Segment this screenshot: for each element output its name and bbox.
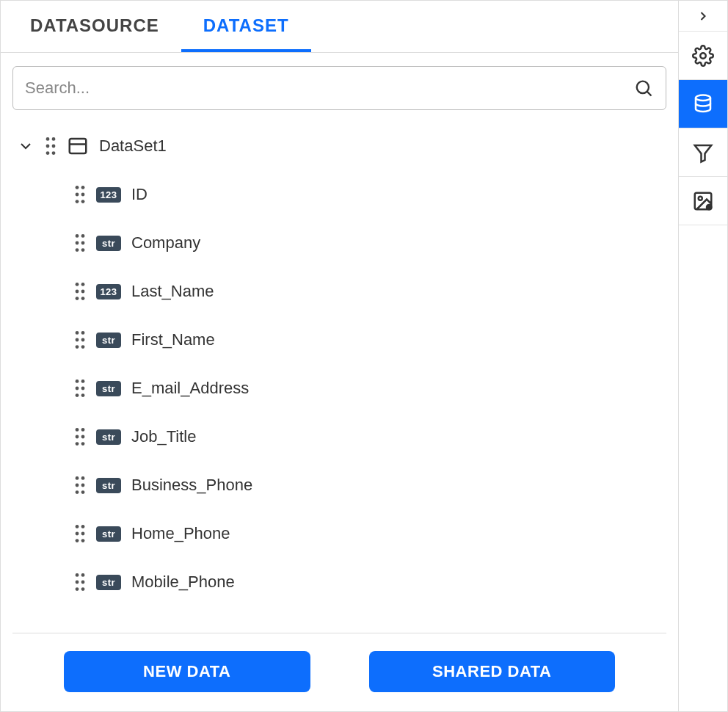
svg-point-65 [696, 95, 710, 101]
search-wrap [1, 53, 678, 117]
dataset-icon [67, 135, 89, 157]
drag-handle-icon[interactable] [74, 476, 86, 495]
tab-dataset[interactable]: DATASET [181, 1, 311, 52]
field-type-badge: str [96, 333, 121, 348]
field-row[interactable]: strHome_Phone [74, 509, 666, 558]
svg-point-23 [81, 283, 85, 286]
search-icon[interactable] [633, 78, 654, 98]
svg-point-2 [46, 137, 50, 141]
svg-point-32 [76, 345, 79, 349]
svg-point-31 [81, 338, 85, 342]
filter-icon [692, 142, 714, 164]
field-type-badge: 123 [96, 187, 121, 203]
chevron-down-icon[interactable] [17, 137, 34, 155]
field-row[interactable]: strMobile_Phone [74, 558, 666, 606]
field-type-badge: str [96, 236, 121, 251]
drag-handle-icon[interactable] [74, 330, 86, 349]
svg-point-38 [76, 393, 79, 397]
svg-point-19 [81, 241, 85, 245]
search-input[interactable] [25, 79, 633, 98]
svg-point-41 [81, 428, 85, 432]
drag-handle-icon[interactable] [74, 185, 86, 204]
field-type-badge: str [96, 526, 121, 542]
svg-point-64 [700, 53, 706, 59]
svg-point-60 [76, 581, 79, 584]
svg-point-4 [46, 145, 50, 148]
field-name: ID [131, 185, 148, 204]
field-row[interactable]: strFirst_Name [74, 316, 666, 364]
field-name: Last_Name [131, 282, 214, 301]
field-type-badge: str [96, 381, 121, 396]
svg-point-56 [76, 539, 79, 542]
svg-point-45 [81, 442, 85, 446]
svg-point-21 [81, 248, 85, 252]
dataset-name: DataSet1 [99, 137, 167, 156]
svg-point-22 [76, 283, 79, 286]
svg-point-13 [81, 193, 85, 197]
field-type-badge: str [96, 478, 121, 493]
sidebar-item-image[interactable] [679, 177, 727, 225]
drag-handle-icon[interactable] [74, 282, 86, 301]
svg-point-46 [76, 476, 79, 480]
drag-handle-icon[interactable] [74, 427, 86, 446]
button-row: NEW DATA SHARED DATA [1, 633, 678, 711]
svg-point-5 [52, 145, 56, 148]
svg-point-63 [81, 587, 85, 591]
field-name: Mobile_Phone [131, 573, 235, 592]
field-row[interactable]: strJob_Title [74, 413, 666, 461]
svg-point-57 [81, 539, 85, 542]
database-icon [692, 93, 714, 115]
drag-handle-icon[interactable] [74, 233, 86, 253]
svg-point-49 [81, 484, 85, 487]
sidebar-collapse[interactable] [679, 1, 727, 32]
svg-point-55 [81, 532, 85, 536]
dataset-tree: DataSet1 123IDstrCompany123Last_NamestrF… [1, 117, 678, 625]
field-row[interactable]: strCompany [74, 219, 666, 267]
svg-point-0 [637, 81, 649, 93]
sidebar-item-filter[interactable] [679, 128, 727, 177]
drag-handle-icon[interactable] [45, 137, 57, 156]
svg-point-59 [81, 573, 85, 577]
svg-point-44 [76, 442, 79, 446]
drag-handle-icon[interactable] [74, 379, 86, 398]
tab-datasource[interactable]: DATASOURCE [8, 1, 181, 52]
svg-point-3 [52, 137, 56, 141]
svg-point-43 [81, 435, 85, 439]
svg-point-29 [81, 331, 85, 335]
field-row[interactable]: 123ID [74, 170, 666, 219]
field-name: Job_Title [131, 427, 196, 446]
svg-point-40 [76, 428, 79, 432]
field-row[interactable]: strBusiness_Phone [74, 461, 666, 509]
field-row[interactable]: strE_mail_Address [74, 364, 666, 413]
field-type-badge: 123 [96, 284, 121, 299]
svg-point-28 [76, 331, 79, 335]
svg-point-39 [81, 393, 85, 397]
svg-point-18 [76, 241, 79, 245]
svg-point-33 [81, 345, 85, 349]
drag-handle-icon[interactable] [74, 573, 86, 592]
field-name: E_mail_Address [131, 379, 249, 398]
svg-point-42 [76, 435, 79, 439]
field-type-badge: str [96, 429, 121, 445]
svg-rect-8 [70, 139, 87, 153]
svg-point-30 [76, 338, 79, 342]
svg-point-52 [76, 525, 79, 528]
dataset-node[interactable]: DataSet1 [12, 131, 666, 170]
sidebar-item-settings[interactable] [679, 32, 727, 80]
svg-point-62 [76, 587, 79, 591]
sidebar-item-data[interactable] [679, 80, 727, 128]
svg-point-16 [76, 234, 79, 238]
tabs: DATASOURCE DATASET [1, 1, 678, 53]
field-name: Company [131, 233, 200, 253]
field-name: First_Name [131, 330, 215, 349]
svg-point-26 [76, 297, 79, 300]
svg-line-1 [647, 92, 652, 96]
shared-data-button[interactable]: SHARED DATA [369, 651, 616, 692]
search-box [12, 66, 666, 110]
new-data-button[interactable]: NEW DATA [64, 651, 310, 692]
svg-point-36 [76, 387, 79, 390]
field-row[interactable]: 123Last_Name [74, 267, 666, 316]
svg-point-68 [699, 196, 702, 200]
drag-handle-icon[interactable] [74, 524, 86, 543]
right-sidebar [679, 1, 727, 711]
